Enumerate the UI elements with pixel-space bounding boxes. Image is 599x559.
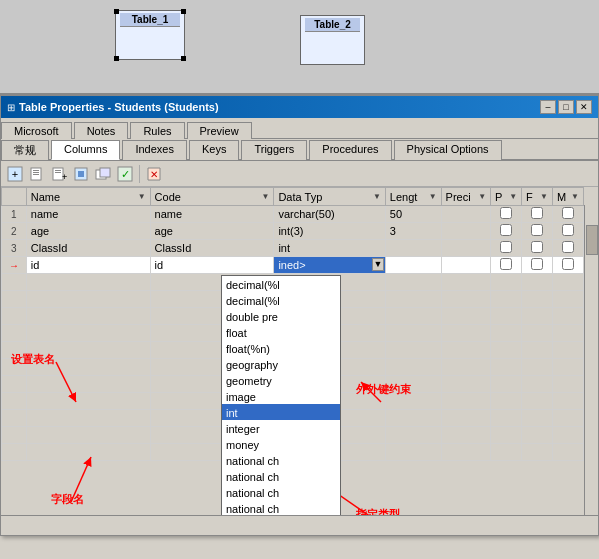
cell-length-3[interactable] (385, 240, 441, 257)
dd-item-image[interactable]: image (222, 388, 340, 404)
cell-code-3[interactable]: ClassId (150, 240, 274, 257)
cell-m-1[interactable] (553, 206, 584, 223)
p-checkbox-4[interactable] (500, 258, 512, 270)
maximize-button[interactable]: □ (558, 100, 574, 114)
table1-box[interactable]: Table_1 (115, 10, 185, 60)
f-checkbox-4[interactable] (531, 258, 543, 270)
handle-br[interactable] (181, 56, 186, 61)
cell-name-1[interactable]: name (26, 206, 150, 223)
p-checkbox-3[interactable] (500, 241, 512, 253)
cell-prec-3[interactable] (441, 240, 491, 257)
dd-item-national3[interactable]: national ch (222, 484, 340, 500)
dd-item-decimal1[interactable]: decimal(%l (222, 276, 340, 292)
f-checkbox-2[interactable] (531, 224, 543, 236)
dd-item-geography[interactable]: geography (222, 356, 340, 372)
toolbar-btn7[interactable]: ✕ (144, 164, 164, 184)
tab-physical[interactable]: Physical Options (394, 140, 502, 160)
tab-triggers[interactable]: Triggers (241, 140, 307, 160)
col-datatype-header[interactable]: Data Typ▼ (274, 188, 385, 206)
cell-f-1[interactable] (522, 206, 553, 223)
cell-f-4[interactable] (522, 257, 553, 274)
tab-changgui[interactable]: 常规 (1, 140, 49, 160)
toolbar-btn4[interactable] (71, 164, 91, 184)
dd-item-money[interactable]: money (222, 436, 340, 452)
cell-f-3[interactable] (522, 240, 553, 257)
cell-name-2[interactable]: age (26, 223, 150, 240)
p-checkbox-1[interactable] (500, 207, 512, 219)
dd-item-national4[interactable]: national ch (222, 500, 340, 515)
cell-m-4[interactable] (553, 257, 584, 274)
cell-prec-4[interactable] (441, 257, 491, 274)
datatype-dropdown-btn[interactable]: ▼ (372, 258, 384, 271)
dd-item-national2[interactable]: national ch (222, 468, 340, 484)
cell-datatype-3[interactable]: int (274, 240, 385, 257)
m-checkbox-4[interactable] (562, 258, 574, 270)
tab-procedures[interactable]: Procedures (309, 140, 391, 160)
toolbar-btn3[interactable]: + (49, 164, 69, 184)
handle-tr[interactable] (181, 9, 186, 14)
tab-keys[interactable]: Keys (189, 140, 239, 160)
col-f-header[interactable]: F▼ (522, 188, 553, 206)
cell-prec-1[interactable] (441, 206, 491, 223)
dd-item-geometry[interactable]: geometry (222, 372, 340, 388)
vertical-scrollbar[interactable] (584, 205, 598, 515)
dd-item-double[interactable]: double pre (222, 308, 340, 324)
cell-p-4[interactable] (491, 257, 522, 274)
cell-code-1[interactable]: name (150, 206, 274, 223)
cell-m-3[interactable] (553, 240, 584, 257)
toolbar-add-btn[interactable]: + (5, 164, 25, 184)
p-checkbox-2[interactable] (500, 224, 512, 236)
cell-p-3[interactable] (491, 240, 522, 257)
dd-item-decimal2[interactable]: decimal(%l (222, 292, 340, 308)
tab-microsoft[interactable]: Microsoft (1, 122, 72, 139)
cell-length-1[interactable]: 50 (385, 206, 441, 223)
grid-toolbar: + + ✓ ✕ (1, 161, 598, 187)
datatype-dropdown[interactable]: decimal(%l decimal(%l double pre float f… (221, 275, 341, 515)
cell-name-4[interactable]: id (26, 257, 150, 274)
cell-datatype-4[interactable]: ined> ▼ (274, 257, 385, 274)
cell-length-2[interactable]: 3 (385, 223, 441, 240)
cell-datatype-1[interactable]: varchar(50) (274, 206, 385, 223)
close-button[interactable]: ✕ (576, 100, 592, 114)
dd-item-national1[interactable]: national ch (222, 452, 340, 468)
cell-p-1[interactable] (491, 206, 522, 223)
f-checkbox-1[interactable] (531, 207, 543, 219)
handle-bl[interactable] (114, 56, 119, 61)
table2-box[interactable]: Table_2 (300, 15, 365, 65)
col-p-header[interactable]: P▼ (491, 188, 522, 206)
col-code-header[interactable]: Code▼ (150, 188, 274, 206)
toolbar-btn6[interactable]: ✓ (115, 164, 135, 184)
tab-indexes[interactable]: Indexes (122, 140, 187, 160)
dd-item-float[interactable]: float (222, 324, 340, 340)
col-m-header[interactable]: M▼ (553, 188, 584, 206)
cell-m-2[interactable] (553, 223, 584, 240)
tab-rules[interactable]: Rules (130, 122, 184, 139)
cell-datatype-2[interactable]: int(3) (274, 223, 385, 240)
cell-length-4[interactable] (385, 257, 441, 274)
scrollbar-thumb[interactable] (586, 225, 598, 255)
toolbar-btn5[interactable] (93, 164, 113, 184)
tab-columns[interactable]: Columns (51, 140, 120, 160)
cell-f-2[interactable] (522, 223, 553, 240)
toolbar-btn2[interactable] (27, 164, 47, 184)
dd-item-int[interactable]: int (222, 404, 340, 420)
minimize-button[interactable]: – (540, 100, 556, 114)
cell-code-4[interactable]: id (150, 257, 274, 274)
m-checkbox-1[interactable] (562, 207, 574, 219)
dd-item-floatn[interactable]: float(%n) (222, 340, 340, 356)
cell-name-3[interactable]: ClassId (26, 240, 150, 257)
tab-preview[interactable]: Preview (187, 122, 252, 139)
dd-item-integer[interactable]: integer (222, 420, 340, 436)
tab-notes[interactable]: Notes (74, 122, 129, 139)
col-name-header[interactable]: Name▼ (26, 188, 150, 206)
table-row: 1 name name varchar(50) 50 (2, 206, 584, 223)
handle-tl[interactable] (114, 9, 119, 14)
m-checkbox-2[interactable] (562, 224, 574, 236)
col-precision-header[interactable]: Preci▼ (441, 188, 491, 206)
cell-prec-2[interactable] (441, 223, 491, 240)
m-checkbox-3[interactable] (562, 241, 574, 253)
cell-code-2[interactable]: age (150, 223, 274, 240)
f-checkbox-3[interactable] (531, 241, 543, 253)
cell-p-2[interactable] (491, 223, 522, 240)
col-length-header[interactable]: Lengt▼ (385, 188, 441, 206)
